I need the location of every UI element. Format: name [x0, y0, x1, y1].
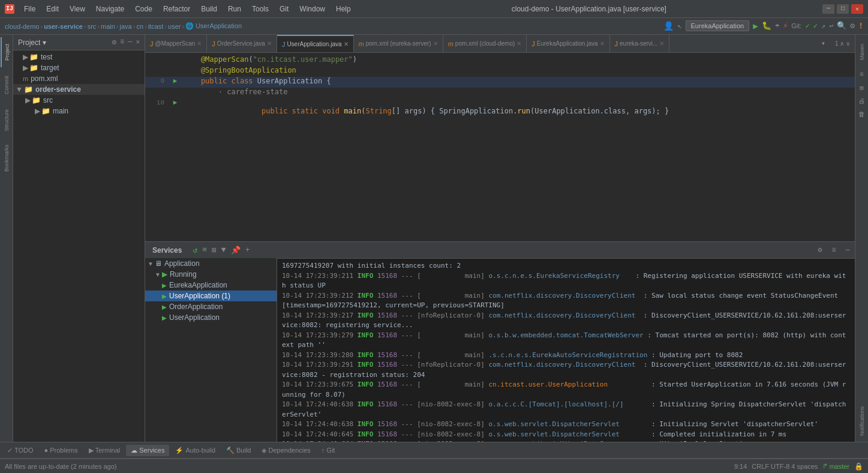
tab-close[interactable]: ✕ [197, 40, 202, 47]
run-button[interactable]: ▶ [753, 21, 758, 31]
tree-item-test[interactable]: ▶ 📁 test [13, 52, 145, 62]
service-refresh-icon[interactable]: ↺ [193, 246, 197, 255]
breadcrumb-user[interactable]: user [168, 23, 181, 30]
menu-refactor[interactable]: Refactor [158, 4, 195, 14]
tab-eureka-application[interactable]: J EurekaApplication.java ✕ [527, 35, 609, 52]
tab-orderservice[interactable]: J OrderService.java ✕ [207, 35, 277, 52]
profile-button[interactable]: ⚡ [783, 21, 788, 31]
tab-dependencies[interactable]: ◈ Dependencies [257, 445, 315, 456]
menu-run[interactable]: Run [223, 4, 246, 14]
maximize-button[interactable]: □ [837, 4, 849, 14]
tree-item-pom[interactable]: m pom.xml [13, 73, 145, 84]
project-close-icon[interactable]: ✕ [136, 38, 140, 47]
tab-problems[interactable]: ● Problems [40, 445, 83, 456]
debug-button[interactable]: 🐛 [762, 21, 771, 31]
undo-icon[interactable]: ↩ [829, 22, 833, 31]
breadcrumb-src[interactable]: src [88, 23, 97, 30]
menu-view[interactable]: View [65, 4, 90, 14]
service-item-running[interactable]: ▼ ▶ Running [145, 269, 277, 280]
notifications-sidebar-btn[interactable]: Notifications [856, 403, 868, 439]
menu-code[interactable]: Code [130, 4, 157, 14]
service-group-icon[interactable]: ⊞ [212, 246, 217, 255]
service-item-orderapplication[interactable]: ▶ OrderApplication [145, 301, 277, 312]
tab-terminal[interactable]: ▶ Terminal [84, 445, 125, 456]
project-collapse-icon[interactable]: ─ [128, 38, 132, 47]
service-pin-icon[interactable]: 📌 [231, 246, 241, 255]
services-panel-options-icon[interactable]: ≡ [827, 246, 841, 255]
settings-icon[interactable]: ⚙ [850, 21, 855, 31]
tab-applicationobjectmapper[interactable]: J @MapperScan ✕ [145, 35, 207, 52]
service-list-icon[interactable]: ≡ [202, 246, 207, 255]
tab-close[interactable]: ✕ [344, 41, 349, 47]
services-tree-panel: ▼ 🖥 Application ▼ ▶ Running ▶ EurekaAppl… [145, 258, 277, 442]
tab-git[interactable]: ↑ Git [317, 445, 340, 456]
tab-close[interactable]: ✕ [433, 40, 438, 47]
minimize-button[interactable]: ─ [822, 4, 834, 14]
menu-file[interactable]: File [19, 4, 40, 14]
right-icon-1[interactable]: ≡ [856, 68, 868, 80]
service-item-userapplication2[interactable]: ▶ UserApplication [145, 312, 277, 323]
tab-close[interactable]: ✕ [267, 40, 272, 47]
code-editor[interactable]: @MapperScan("cn.itcast.user.mapper") @Sp… [145, 53, 855, 241]
menu-tools[interactable]: Tools [247, 4, 274, 14]
breadcrumb-main[interactable]: main [101, 23, 115, 30]
service-item-userapplication-selected[interactable]: ▶ UserApplication (1) [145, 291, 277, 301]
menu-edit[interactable]: Edit [41, 4, 64, 14]
close-button[interactable]: ✕ [851, 4, 863, 14]
service-add-icon[interactable]: + [245, 246, 250, 255]
tab-pom-eureka[interactable]: m pom.xml (eureka-server) ✕ [354, 35, 443, 52]
tab-build[interactable]: 🔨 Build [221, 445, 256, 456]
tab-autobuild[interactable]: ⚡ Auto-build [170, 445, 220, 456]
project-sidebar-btn[interactable]: Project [1, 37, 13, 67]
commit-sidebar-btn[interactable]: Commit [1, 70, 13, 100]
right-icon-4[interactable]: 🗑 [856, 108, 868, 120]
tab-close[interactable]: ✕ [659, 40, 664, 47]
notifications-icon[interactable]: ! [858, 22, 863, 31]
breadcrumb-java[interactable]: java [120, 23, 132, 30]
arrow-icon[interactable]: ↖ [677, 22, 681, 31]
coverage-button[interactable]: ☂ [775, 21, 780, 31]
tab-close[interactable]: ✕ [600, 40, 605, 47]
console-content[interactable]: 1697275419207 with initial instances cou… [277, 259, 855, 442]
service-filter-icon[interactable]: ▼ [221, 246, 226, 255]
breadcrumb-userapplication[interactable]: 🌐 UserApplication [185, 22, 242, 30]
tab-eureka-servi[interactable]: J eureka-servi... ✕ [610, 35, 670, 52]
right-icon-3[interactable]: 🖨 [856, 95, 868, 107]
tab-close[interactable]: ✕ [516, 40, 521, 47]
tab-todo[interactable]: ✓ TODO [2, 445, 38, 456]
project-settings-icon[interactable]: ⚙ [112, 38, 116, 47]
tab-services[interactable]: ☁ Services [126, 445, 169, 456]
tree-item-target[interactable]: ▶ 📁 target [13, 62, 145, 73]
services-panel-settings-icon[interactable]: ⚙ [813, 246, 827, 255]
search-icon[interactable]: 🔍 [837, 21, 846, 31]
run-config-dropdown[interactable]: EurekaApplication [686, 20, 750, 31]
structure-sidebar-btn[interactable]: Structure [1, 102, 13, 138]
project-options-icon[interactable]: ≡ [120, 38, 124, 47]
breadcrumb-cn[interactable]: cn [136, 23, 143, 30]
tree-item-src[interactable]: ▶ 📁 src [13, 95, 145, 106]
menu-git[interactable]: Git [275, 4, 293, 14]
tab-userapplication[interactable]: J UserApplication.java ✕ [277, 35, 354, 52]
menu-window[interactable]: Window [295, 4, 330, 14]
menu-build[interactable]: Build [196, 4, 222, 14]
menu-navigate[interactable]: Navigate [91, 4, 129, 14]
tree-item-order-service[interactable]: ▼ 📁 order-service [13, 84, 145, 95]
git-push-icon[interactable]: ↗ [821, 22, 825, 31]
status-branch[interactable]: ↱ master [822, 462, 849, 470]
right-icon-2[interactable]: ⊞ [856, 82, 868, 94]
services-panel-close-icon[interactable]: ─ [841, 246, 855, 255]
menu-help[interactable]: Help [331, 4, 356, 14]
git-check2[interactable]: ✓ [813, 22, 818, 31]
account-icon[interactable]: 👤 [663, 21, 674, 31]
maven-sidebar-btn[interactable]: Maven [856, 37, 868, 67]
breadcrumb-cloud-demo[interactable]: cloud-demo [5, 23, 39, 30]
service-item-application[interactable]: ▼ 🖥 Application [145, 258, 277, 269]
breadcrumb-user-service[interactable]: user-service [44, 23, 83, 30]
breadcrumb-itcast[interactable]: itcast [148, 23, 164, 30]
service-item-eureka[interactable]: ▶ EurekaApplication [145, 280, 277, 291]
bookmarks-sidebar-btn[interactable]: Bookmarks [1, 140, 13, 176]
tab-pom-cloud[interactable]: m pom.xml (cloud-demo) ✕ [443, 35, 527, 52]
git-check1[interactable]: ✓ [805, 22, 809, 31]
tabs-more-button[interactable]: ▾ [816, 35, 830, 52]
tree-item-main[interactable]: ▶ 📁 main [13, 106, 145, 116]
